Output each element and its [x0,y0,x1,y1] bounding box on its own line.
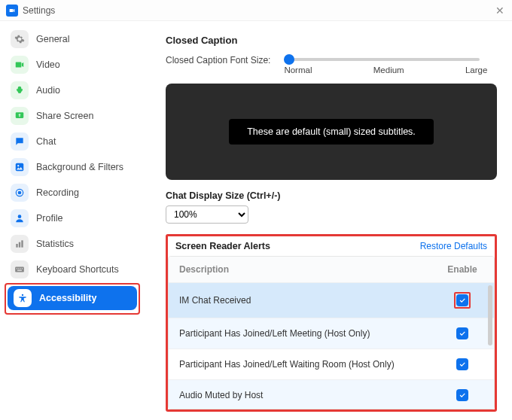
sidebar-item-profile[interactable]: Profile [5,206,140,230]
col-description: Description [179,264,441,275]
enable-checkbox[interactable] [456,294,468,306]
background-icon [11,158,29,176]
svg-rect-1 [16,163,24,172]
sidebar-item-label: Recording [36,187,79,198]
alerts-table: Description Enable IM Chat Received [168,256,495,409]
titlebar: Settings ✕ [0,0,512,21]
cc-preview: These are default (small) sized subtitle… [166,84,497,180]
sidebar-item-label: Chat [36,136,56,147]
sidebar-item-label: Video [36,59,60,70]
statistics-icon [11,235,29,253]
slider-tick-normal: Normal [284,65,312,75]
screen-reader-alerts-title: Screen Reader Alerts [175,241,270,251]
accessibility-icon [14,289,32,307]
sidebar-item-keyboard-shortcuts[interactable]: Keyboard Shortcuts [5,257,140,282]
sidebar-item-chat[interactable]: Chat [5,129,140,154]
sidebar-item-label: Audio [36,85,60,96]
svg-rect-6 [16,244,17,248]
alert-row[interactable]: Audio Muted by Host [169,379,494,409]
slider-tick-large: Large [465,65,487,75]
app-icon [6,5,18,17]
sidebar-item-share-screen[interactable]: Share Screen [5,104,140,128]
sidebar-item-audio[interactable]: Audio [5,78,140,102]
alert-description: IM Chat Received [179,295,441,306]
chat-display-size-label: Chat Display Size (Ctrl+/-) [166,190,497,201]
svg-point-15 [22,294,23,296]
sidebar-item-statistics[interactable]: Statistics [5,232,140,256]
recording-icon [11,184,29,202]
chat-icon [11,132,29,151]
sidebar-item-label: Profile [36,213,62,224]
audio-icon [11,81,29,99]
enable-checkbox[interactable] [456,389,468,401]
sidebar-item-label: Background & Filters [36,162,123,172]
cc-preview-text: These are default (small) sized subtitle… [229,119,434,145]
sidebar-item-label: Keyboard Shortcuts [36,264,119,275]
sidebar-item-recording[interactable]: Recording [5,181,140,205]
sidebar-item-video[interactable]: Video [5,53,140,77]
svg-rect-11 [18,268,19,269]
video-icon [11,56,29,74]
svg-rect-12 [20,268,21,269]
svg-point-4 [18,191,21,194]
sidebar-item-label: Statistics [36,239,74,249]
enable-checkbox[interactable] [456,358,468,370]
annotation-highlight [454,292,471,309]
svg-point-2 [17,165,19,166]
close-icon[interactable]: ✕ [494,5,506,17]
svg-rect-8 [21,240,23,247]
scrollbar[interactable] [488,285,492,345]
window-title: Settings [23,5,494,16]
profile-icon [11,209,29,227]
sidebar: General Video Audio Share Screen [0,21,145,420]
sidebar-item-label: Share Screen [36,111,93,121]
share-screen-icon [11,107,29,125]
sidebar-item-label: Accessibility [39,293,96,303]
keyboard-icon [11,260,29,278]
restore-defaults-link[interactable]: Restore Defaults [420,241,487,251]
alerts-table-header: Description Enable [169,257,494,282]
slider-tick-labels: Normal Medium Large [284,65,487,75]
svg-rect-9 [15,267,24,272]
annotation-highlight: Accessibility [5,283,140,315]
col-enable: Enable [441,264,483,275]
svg-rect-13 [22,268,23,269]
alert-row[interactable]: IM Chat Received [169,282,494,318]
svg-rect-10 [17,268,17,269]
enable-checkbox[interactable] [456,327,468,339]
cc-font-size-label: Closed Caption Font Size: [166,53,270,65]
annotation-highlight: Screen Reader Alerts Restore Defaults De… [166,234,497,412]
slider-tick-medium: Medium [373,65,404,75]
alert-description: Participant Has Joined/Left Meeting (Hos… [179,328,441,339]
svg-rect-14 [17,270,22,271]
chat-display-size-select[interactable]: 100% [166,205,248,224]
alert-row[interactable]: Participant Has Joined/Left Waiting Room… [169,348,494,379]
main-panel: Closed Caption Closed Caption Font Size:… [145,21,512,420]
slider-thumb[interactable] [284,54,294,65]
closed-caption-title: Closed Caption [166,35,497,46]
gear-icon [11,30,29,48]
cc-font-size-slider[interactable] [284,58,480,61]
svg-point-5 [18,215,22,218]
svg-rect-7 [19,242,20,248]
sidebar-item-background-filters[interactable]: Background & Filters [5,155,140,179]
alert-description: Participant Has Joined/Left Waiting Room… [179,359,441,370]
sidebar-item-label: General [36,34,69,44]
sidebar-item-general[interactable]: General [5,27,140,51]
sidebar-item-accessibility[interactable]: Accessibility [8,286,137,310]
alert-row[interactable]: Participant Has Joined/Left Meeting (Hos… [169,318,494,348]
alert-description: Audio Muted by Host [179,390,441,400]
